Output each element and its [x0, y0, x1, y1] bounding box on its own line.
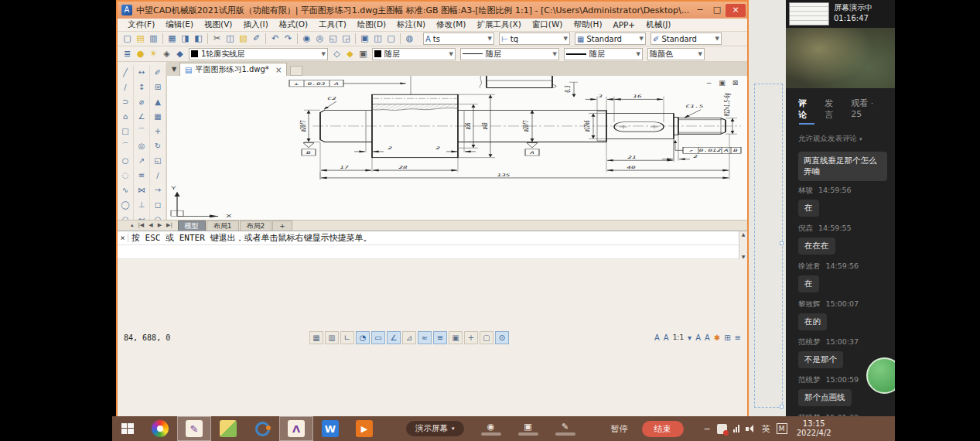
layer-on-bulb-icon[interactable]: ●: [134, 48, 147, 60]
pan-icon[interactable]: ◉: [300, 32, 313, 45]
layer-manager-icon[interactable]: ≣: [121, 48, 134, 60]
annotation-scale-dropdown-icon[interactable]: ▾: [688, 333, 691, 342]
layout-tab-model[interactable]: 模型: [178, 220, 206, 231]
dimension-tool-icon[interactable]: ⌀: [135, 94, 149, 109]
plotstyle-combo[interactable]: 随颜色 ▼: [647, 48, 705, 60]
chevron-down-icon[interactable]: ▼: [637, 51, 640, 57]
title-bar[interactable]: A 中望CAD机械版2021试用版（功能有限）| 平面图形练习1.dwg主图幅 …: [118, 2, 747, 19]
copy-icon[interactable]: ◫: [224, 32, 237, 45]
menu-item[interactable]: 绘图(D): [352, 19, 391, 30]
dim-style-combo[interactable]: ⊢ tq ▼: [499, 32, 570, 45]
layer-states-icon[interactable]: ▣: [357, 48, 370, 60]
layer-color-icon[interactable]: ◆: [173, 48, 186, 60]
taskbar-clock[interactable]: 13:15 2022/4/2: [797, 419, 831, 438]
dimension-tool-icon[interactable]: ⋈: [135, 183, 149, 197]
sync-app-icon[interactable]: [245, 416, 279, 441]
ime-language-indicator[interactable]: 英: [762, 423, 770, 435]
members-button[interactable]: ◉: [481, 422, 501, 436]
paste-icon[interactable]: ▧: [237, 32, 250, 45]
scroll-down-icon[interactable]: ▼: [742, 254, 746, 259]
menu-item[interactable]: 视图(V): [199, 19, 237, 30]
draw-tool-icon[interactable]: ⌒: [118, 138, 132, 153]
polar-toggle[interactable]: ◔: [356, 331, 370, 344]
menu-item[interactable]: 帮助(H): [568, 19, 607, 30]
layout-tab-1[interactable]: 布局1: [207, 220, 239, 231]
tab-speak[interactable]: 发言: [825, 97, 840, 125]
dyn-toggle[interactable]: ≈: [418, 331, 432, 344]
viewport-close-icon[interactable]: ⊠: [731, 79, 739, 87]
menu-item[interactable]: 修改(M): [431, 19, 471, 30]
wpp-app-icon[interactable]: ▶: [347, 416, 381, 441]
grid-toggle[interactable]: ▦: [309, 331, 323, 344]
menu-item[interactable]: 标注(N): [391, 19, 431, 30]
modify-tool-icon[interactable]: ↻: [151, 138, 165, 153]
modify-tool-icon[interactable]: ▲: [151, 94, 165, 109]
menu-item[interactable]: 格式(O): [274, 19, 313, 30]
chevron-down-icon[interactable]: ▾: [859, 136, 862, 142]
dimension-tool-icon[interactable]: ≡: [135, 168, 149, 183]
ortho-toggle[interactable]: ∟: [340, 331, 354, 344]
dimension-tool-icon[interactable]: ↔: [135, 65, 149, 80]
start-button[interactable]: [112, 416, 143, 441]
draw-tool-icon[interactable]: ╱: [118, 65, 132, 80]
draw-tool-icon[interactable]: ◌: [118, 168, 132, 183]
undo-icon[interactable]: ↶: [268, 32, 282, 45]
status-menu-icon[interactable]: ≡: [735, 333, 741, 342]
folder-app-icon[interactable]: [211, 416, 245, 441]
zoom-realtime-icon[interactable]: ◎: [313, 32, 326, 45]
separator[interactable]: [162, 33, 163, 44]
chevron-down-icon[interactable]: ▼: [715, 36, 719, 42]
chevron-down-icon[interactable]: ▼: [488, 36, 492, 42]
match-properties-icon[interactable]: ✐: [250, 32, 263, 45]
settings-gear-icon[interactable]: ✱: [714, 333, 720, 342]
mleader-style-combo[interactable]: ✐ Standard ▼: [650, 32, 722, 45]
ducs-toggle[interactable]: ⊿: [402, 331, 416, 344]
help-icon[interactable]: ◍: [403, 32, 416, 45]
modify-tool-icon[interactable]: ✐: [151, 65, 165, 80]
separator[interactable]: [400, 33, 401, 44]
hidden-icons-button[interactable]: −: [704, 424, 711, 434]
previous-layer-icon[interactable]: ◆: [343, 48, 357, 60]
network-icon[interactable]: [733, 425, 739, 432]
command-input-line[interactable]: [118, 245, 747, 259]
table-style-combo[interactable]: ▦ Standard ▼: [575, 32, 646, 45]
menu-item[interactable]: 窗口(W): [527, 19, 569, 30]
menu-item[interactable]: 扩展工具(X): [471, 19, 526, 30]
draw-tool-icon[interactable]: ⊃: [118, 94, 132, 109]
wps-app-icon[interactable]: W: [313, 416, 347, 441]
chevron-down-icon[interactable]: ▼: [553, 51, 557, 57]
share-manage-button[interactable]: ▣: [518, 422, 538, 436]
workspace-icon[interactable]: ⊞: [724, 333, 730, 342]
selection-toggle[interactable]: ⊙: [495, 331, 509, 344]
menu-item[interactable]: 编辑(E): [160, 19, 199, 30]
scroll-up-icon[interactable]: ▲: [742, 231, 746, 237]
command-scrollbar[interactable]: ▲ ▼: [739, 231, 747, 259]
draw-tool-icon[interactable]: □: [118, 124, 132, 138]
zoom-previous-icon[interactable]: ◲: [340, 32, 353, 45]
lineweight-combo[interactable]: 随层 ▼: [564, 48, 643, 60]
separator[interactable]: [207, 33, 208, 44]
new-tab-button[interactable]: [290, 66, 302, 76]
separator[interactable]: [297, 33, 298, 44]
redo-icon[interactable]: ↷: [282, 32, 295, 45]
viewport-icon[interactable]: ▣: [358, 32, 371, 45]
modify-tool-icon[interactable]: +: [151, 124, 165, 138]
make-current-layer-icon[interactable]: ◇: [330, 48, 343, 60]
preview-icon[interactable]: ◨: [179, 32, 192, 45]
transparency-toggle[interactable]: ▣: [449, 331, 463, 344]
color-combo[interactable]: 随层 ▼: [372, 48, 456, 60]
dimension-tool-icon[interactable]: ↕: [135, 80, 149, 94]
text-style-combo[interactable]: A ts ▼: [423, 32, 494, 45]
draw-tool-icon[interactable]: ∕: [118, 80, 132, 94]
modify-tool-icon[interactable]: ▦: [151, 109, 165, 124]
zoom-window-icon[interactable]: ◱: [326, 32, 340, 45]
paint-app-icon[interactable]: ✎: [177, 416, 211, 441]
layout-nav-icon[interactable]: ▶|: [164, 222, 175, 228]
quickprop-toggle[interactable]: ▢: [480, 331, 493, 344]
layout-nav-icon[interactable]: |◀: [136, 222, 147, 228]
chevron-down-icon[interactable]: ▼: [449, 51, 453, 57]
layout-tab-2[interactable]: 布局2: [240, 220, 272, 231]
draw-tool-icon[interactable]: ○: [118, 153, 132, 168]
cut-icon[interactable]: ✂: [210, 32, 224, 45]
layer-combo[interactable]: 1轮廓实线层 ▼: [189, 48, 328, 60]
